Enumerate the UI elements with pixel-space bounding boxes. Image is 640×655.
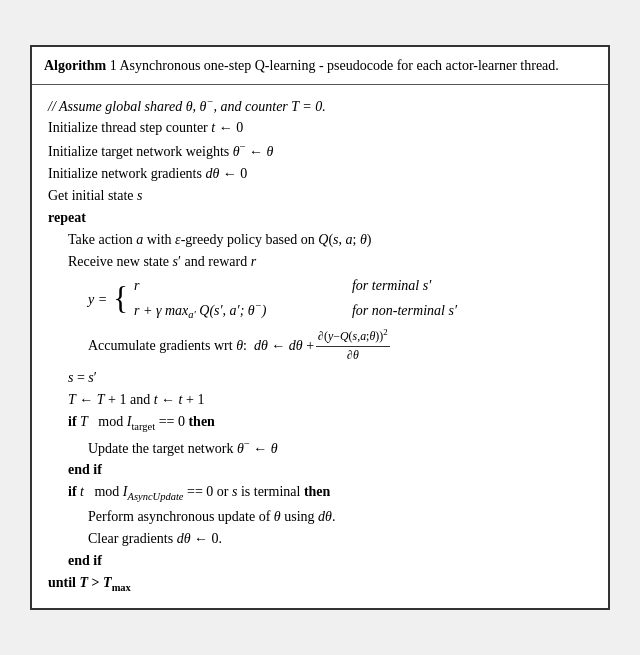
perform-async-update: Perform asynchronous update of θ using d… bbox=[48, 506, 592, 527]
algorithm-body: // Assume global shared θ, θ−, and count… bbox=[32, 85, 608, 609]
frac-numerator: ∂(y−Q(s,a;θ))2 bbox=[316, 326, 390, 347]
receive-state: Receive new state s′ and reward r bbox=[48, 251, 592, 272]
update-target-network: Update the target network θ− ← θ bbox=[48, 436, 592, 459]
y-equation: y = { r for terminal s′ r + γ maxa′ Q(s′… bbox=[48, 275, 592, 323]
t-update: T ← T + 1 and t ← t + 1 bbox=[48, 389, 592, 410]
if-T-mod: if T mod Itarget == 0 then bbox=[48, 411, 592, 435]
case-terminal: r for terminal s′ bbox=[134, 275, 592, 296]
get-initial-state: Get initial state s bbox=[48, 185, 592, 206]
if-t-mod: if t mod IAsyncUpdate == 0 or s is termi… bbox=[48, 481, 592, 505]
take-action: Take action a with ε-greedy policy based… bbox=[48, 229, 592, 250]
y-label: y = bbox=[88, 289, 107, 310]
end-if-second: end if bbox=[48, 550, 592, 571]
s-update: s = s′ bbox=[48, 367, 592, 388]
frac-denominator: ∂θ bbox=[345, 347, 361, 365]
case-nonterminal: r + γ maxa′ Q(s′, a′; θ−) for non-termin… bbox=[134, 298, 592, 323]
algorithm-box: Algorithm 1 Asynchronous one-step Q-lear… bbox=[30, 45, 610, 611]
case-terminal-expr: r bbox=[134, 275, 344, 296]
init-target-weights: Initialize target network weights θ− ← θ bbox=[48, 139, 592, 162]
accumulate-gradients: Accumulate gradients wrt θ: dθ ← dθ + ∂(… bbox=[48, 326, 592, 365]
comment-line: // Assume global shared θ, θ−, and count… bbox=[48, 94, 592, 117]
brace-symbol: { bbox=[113, 284, 128, 315]
accumulate-text: Accumulate gradients wrt θ: dθ ← dθ + bbox=[88, 335, 314, 356]
algo-description: Asynchronous one-step Q-learning - pseud… bbox=[119, 58, 558, 73]
clear-gradients: Clear gradients dθ ← 0. bbox=[48, 528, 592, 549]
gradient-fraction: ∂(y−Q(s,a;θ))2 ∂θ bbox=[316, 326, 390, 365]
init-network-gradients: Initialize network gradients dθ ← 0 bbox=[48, 163, 592, 184]
init-thread-counter: Initialize thread step counter t ← 0 bbox=[48, 117, 592, 138]
algorithm-header: Algorithm 1 Asynchronous one-step Q-lear… bbox=[32, 47, 608, 85]
case-nonterminal-expr: r + γ maxa′ Q(s′, a′; θ−) bbox=[134, 298, 344, 323]
until-keyword: until T > Tmax bbox=[48, 572, 592, 596]
algo-keyword: Algorithm bbox=[44, 58, 106, 73]
case-nonterminal-cond: for non-terminal s′ bbox=[352, 300, 457, 321]
repeat-keyword: repeat bbox=[48, 207, 592, 228]
end-if-first: end if bbox=[48, 459, 592, 480]
cases-block: r for terminal s′ r + γ maxa′ Q(s′, a′; … bbox=[134, 275, 592, 323]
algo-number: 1 bbox=[110, 58, 120, 73]
case-terminal-cond: for terminal s′ bbox=[352, 275, 431, 296]
